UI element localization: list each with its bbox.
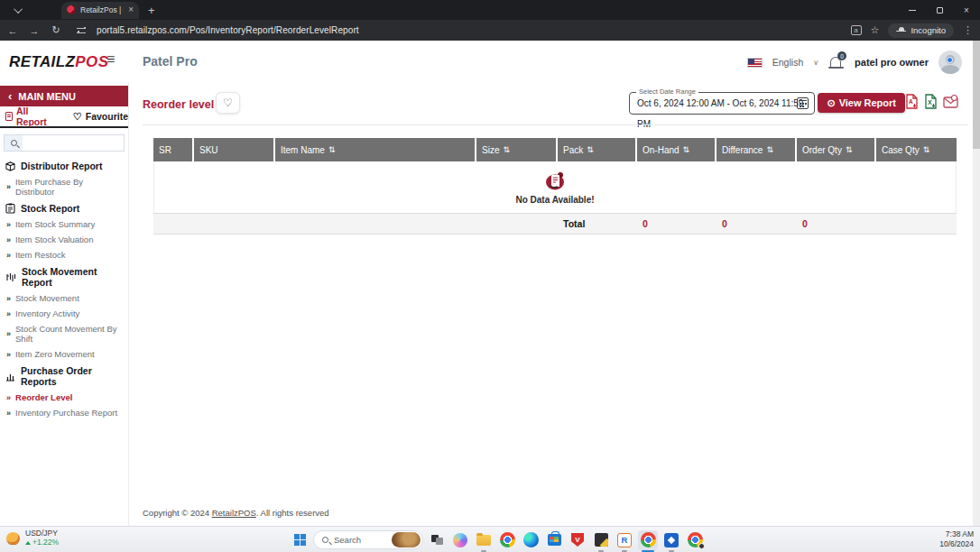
search-icon-cell	[5, 135, 23, 151]
email-report-icon[interactable]	[943, 94, 958, 109]
maximize-button[interactable]	[926, 0, 953, 20]
candlestick-chart-icon	[5, 272, 16, 282]
notification-badge: 0	[837, 51, 846, 60]
sort-icon[interactable]: ⇅	[328, 145, 336, 154]
address-bar[interactable]: portal5.retailzpos.com/Pos/InventoryRepo…	[72, 23, 851, 38]
sort-icon[interactable]: ⇅	[587, 145, 594, 154]
dark-tile-app-icon	[595, 533, 608, 547]
bing-daily-image[interactable]	[392, 532, 421, 547]
column-label: SR	[159, 145, 171, 155]
section-stock-movement-report: Stock Movement Report	[0, 262, 128, 290]
search-placeholder: Search	[334, 535, 386, 545]
taskbar-clock[interactable]: 7:38 AM 10/6/2024	[939, 529, 974, 549]
back-button[interactable]: ←	[4, 25, 22, 36]
column-header-order-qty[interactable]: Order Qty⇅	[797, 138, 876, 161]
browser-tab[interactable]: RetailzPos | Reorder Level ×	[61, 2, 139, 19]
tab-all-report[interactable]: All Report	[5, 106, 61, 127]
retailzpos-app-button[interactable]: R	[615, 530, 634, 550]
page-scrollbar	[973, 41, 980, 526]
user-name[interactable]: patel pro owner	[855, 57, 929, 68]
sidebar-item-item-zero-movement[interactable]: » Item Zero Movement	[0, 346, 128, 362]
taskbar-search[interactable]: Search	[313, 530, 423, 549]
language-selector[interactable]: English	[772, 57, 803, 68]
table-empty-state: No Data Available!	[153, 161, 957, 213]
sidebar-item-stock-movement[interactable]: » Stock Movement	[0, 290, 128, 306]
sidebar-item-label: Inventory Activity	[15, 308, 79, 318]
windows-logo-icon	[294, 534, 306, 546]
header-right: English ∨ 0 patel pro owner	[747, 50, 962, 75]
column-header-pack[interactable]: Pack⇅	[558, 138, 637, 161]
retailzpos-link[interactable]: RetailzPOS	[212, 508, 256, 518]
calendar-icon[interactable]	[797, 97, 809, 109]
search-icon	[322, 537, 328, 543]
chrome-active-window-button[interactable]	[638, 530, 658, 550]
tab-all-report-label: All Report	[16, 106, 61, 127]
sort-icon[interactable]: ⇅	[923, 145, 930, 154]
site-info-button[interactable]	[72, 24, 90, 37]
task-view-button[interactable]	[427, 530, 447, 550]
scrollbar-thumb[interactable]	[973, 41, 980, 149]
sort-icon[interactable]: ⇅	[846, 145, 853, 154]
minimize-button[interactable]	[899, 0, 926, 20]
sidebar-item-inventory-activity[interactable]: » Inventory Activity	[0, 306, 128, 321]
sidebar-search-input[interactable]	[4, 134, 125, 152]
sidebar-item-item-purchase-by-distributor[interactable]: » Item Purchase By Distributor	[0, 174, 128, 199]
new-tab-button[interactable]: +	[148, 4, 155, 17]
copilot-button[interactable]	[450, 530, 470, 550]
tab-favourite[interactable]: ♡ Favourite	[73, 111, 128, 122]
browser-menu-button[interactable]: ⋮	[963, 24, 973, 36]
bookmark-star-icon[interactable]: ☆	[871, 24, 880, 36]
sort-icon[interactable]: ⇅	[683, 145, 690, 154]
sidebar-item-item-restock[interactable]: » Item Restock	[0, 247, 128, 262]
sidebar-item-reorder-level[interactable]: » Reorder Level	[0, 390, 128, 405]
date-range-value[interactable]: Oct 6, 2024 12:00 AM - Oct 6, 2024 11:59…	[637, 93, 814, 134]
date-range-picker[interactable]: Select Date Range Oct 6, 2024 12:00 AM -…	[629, 92, 815, 115]
svg-text:X: X	[928, 99, 932, 106]
column-header-item-name[interactable]: Item Name⇅	[275, 138, 476, 161]
tab-search-button[interactable]	[7, 3, 31, 17]
notifications-button[interactable]: 0	[828, 54, 845, 70]
sidebar-item-inventory-purchase-report[interactable]: » Inventory Purchase Report	[0, 405, 128, 420]
column-label: Size	[482, 145, 499, 155]
stocks-widget[interactable]: USD/JPY +1.22%	[6, 529, 59, 547]
sidebar-item-label: Item Zero Movement	[15, 349, 95, 359]
sort-icon[interactable]: ⇅	[766, 145, 773, 154]
forward-button[interactable]: →	[25, 25, 43, 36]
reload-button[interactable]: ↻	[47, 24, 65, 36]
sort-icon[interactable]: ⇅	[503, 145, 510, 154]
column-header-differance[interactable]: Differance⇅	[717, 138, 797, 161]
export-excel-icon[interactable]: X	[924, 94, 938, 109]
export-pdf-icon[interactable]: A	[905, 94, 919, 109]
chrome-button[interactable]	[497, 530, 517, 550]
tab-favourite-label: Favourite	[86, 111, 128, 122]
empty-message: No Data Available!	[515, 195, 594, 205]
close-window-button[interactable]: ×	[953, 0, 980, 20]
maximize-icon	[937, 7, 943, 14]
copyright-suffix: . All rights reserved	[256, 508, 329, 518]
security-app-button[interactable]: V	[568, 530, 587, 550]
dark-tile-app-button[interactable]	[591, 530, 611, 550]
tab-close-icon[interactable]: ×	[128, 5, 134, 14]
file-explorer-button[interactable]	[474, 530, 494, 550]
microsoft-store-button[interactable]	[544, 530, 564, 550]
translate-icon[interactable]: a	[851, 25, 862, 35]
column-header-case-qty[interactable]: Case Qty⇅	[876, 138, 957, 161]
hamburger-menu-icon[interactable]: ≡	[106, 51, 115, 68]
chrome-profile-button[interactable]	[685, 530, 705, 550]
main-menu-header[interactable]: ‹ MAIN MENU	[0, 86, 128, 106]
column-header-size[interactable]: Size⇅	[476, 138, 558, 161]
distributor-icon	[5, 161, 15, 171]
blue-diamond-app-button[interactable]	[661, 530, 681, 550]
sidebar-item-item-stock-valuation[interactable]: » Item Stock Valuation	[0, 232, 128, 247]
url-text[interactable]: portal5.retailzpos.com/Pos/InventoryRepo…	[97, 25, 359, 35]
start-button[interactable]	[291, 530, 310, 549]
view-report-button[interactable]: ⊙ View Report	[818, 93, 905, 113]
sidebar-item-stock-count-movement-by-shift[interactable]: » Stock Count Movement By Shift	[0, 321, 128, 346]
taskbar-center: Search V R	[291, 530, 705, 550]
chevron-down-icon[interactable]: ∨	[813, 59, 818, 67]
sidebar-item-item-stock-summary[interactable]: » Item Stock Summary	[0, 216, 128, 232]
favourite-toggle-button[interactable]: ♡	[216, 92, 240, 114]
incognito-icon	[896, 27, 906, 33]
column-header-on-hand[interactable]: On-Hand⇅	[637, 138, 717, 161]
edge-button[interactable]	[521, 530, 541, 550]
